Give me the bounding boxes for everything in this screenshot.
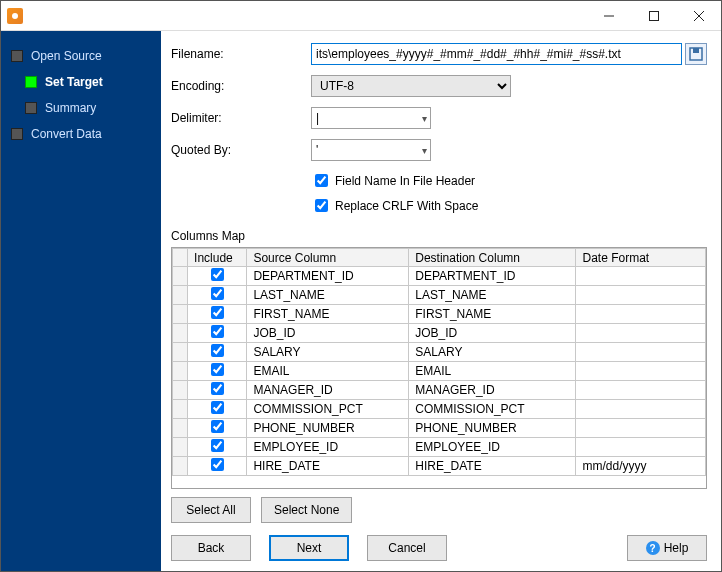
svg-rect-5 bbox=[693, 48, 699, 53]
date-format-cell[interactable] bbox=[576, 400, 706, 419]
source-column-cell[interactable]: COMMISSION_PCT bbox=[247, 400, 409, 419]
include-checkbox[interactable] bbox=[211, 363, 224, 376]
include-checkbox[interactable] bbox=[211, 439, 224, 452]
destination-column-cell[interactable]: MANAGER_ID bbox=[409, 381, 576, 400]
encoding-label: Encoding: bbox=[171, 79, 311, 93]
step-summary[interactable]: Summary bbox=[15, 95, 161, 121]
destination-column-cell[interactable]: LAST_NAME bbox=[409, 286, 576, 305]
col-header-include[interactable]: Include bbox=[188, 249, 247, 267]
source-column-cell[interactable]: LAST_NAME bbox=[247, 286, 409, 305]
replace-crlf-checkbox[interactable] bbox=[315, 199, 328, 212]
destination-column-cell[interactable]: SALARY bbox=[409, 343, 576, 362]
col-header-dateformat[interactable]: Date Format bbox=[576, 249, 706, 267]
source-column-cell[interactable]: MANAGER_ID bbox=[247, 381, 409, 400]
include-checkbox[interactable] bbox=[211, 306, 224, 319]
row-handle[interactable] bbox=[173, 305, 188, 324]
date-format-cell[interactable] bbox=[576, 362, 706, 381]
table-row[interactable]: JOB_IDJOB_ID bbox=[173, 324, 706, 343]
filename-input[interactable] bbox=[311, 43, 682, 65]
source-column-cell[interactable]: EMAIL bbox=[247, 362, 409, 381]
source-column-cell[interactable]: HIRE_DATE bbox=[247, 457, 409, 476]
select-all-button[interactable]: Select All bbox=[171, 497, 251, 523]
row-handle[interactable] bbox=[173, 457, 188, 476]
date-format-cell[interactable] bbox=[576, 286, 706, 305]
row-handle[interactable] bbox=[173, 362, 188, 381]
delimiter-input[interactable] bbox=[311, 107, 431, 129]
col-header-destination[interactable]: Destination Column bbox=[409, 249, 576, 267]
row-handle[interactable] bbox=[173, 286, 188, 305]
table-row[interactable]: DEPARTMENT_IDDEPARTMENT_ID bbox=[173, 267, 706, 286]
help-button[interactable]: ? Help bbox=[627, 535, 707, 561]
table-row[interactable]: LAST_NAMELAST_NAME bbox=[173, 286, 706, 305]
table-row[interactable]: COMMISSION_PCTCOMMISSION_PCT bbox=[173, 400, 706, 419]
app-icon bbox=[7, 8, 23, 24]
step-open-source[interactable]: Open Source bbox=[1, 43, 161, 69]
field-name-header-checkbox[interactable] bbox=[315, 174, 328, 187]
minimize-button[interactable] bbox=[586, 1, 631, 30]
include-checkbox[interactable] bbox=[211, 420, 224, 433]
include-checkbox[interactable] bbox=[211, 287, 224, 300]
back-button[interactable]: Back bbox=[171, 535, 251, 561]
table-row[interactable]: SALARYSALARY bbox=[173, 343, 706, 362]
row-handle[interactable] bbox=[173, 267, 188, 286]
date-format-cell[interactable] bbox=[576, 438, 706, 457]
row-handle[interactable] bbox=[173, 343, 188, 362]
replace-crlf-label: Replace CRLF With Space bbox=[335, 199, 478, 213]
step-set-target[interactable]: Set Target bbox=[15, 69, 161, 95]
select-none-button[interactable]: Select None bbox=[261, 497, 352, 523]
destination-column-cell[interactable]: JOB_ID bbox=[409, 324, 576, 343]
source-column-cell[interactable]: JOB_ID bbox=[247, 324, 409, 343]
source-column-cell[interactable]: FIRST_NAME bbox=[247, 305, 409, 324]
step-box-icon bbox=[25, 102, 37, 114]
encoding-select[interactable]: UTF-8 bbox=[311, 75, 511, 97]
source-column-cell[interactable]: SALARY bbox=[247, 343, 409, 362]
date-format-cell[interactable] bbox=[576, 381, 706, 400]
include-checkbox[interactable] bbox=[211, 344, 224, 357]
date-format-cell[interactable] bbox=[576, 419, 706, 438]
maximize-button[interactable] bbox=[631, 1, 676, 30]
step-label: Open Source bbox=[31, 49, 102, 63]
step-convert-data[interactable]: Convert Data bbox=[1, 121, 161, 147]
table-row[interactable]: FIRST_NAMEFIRST_NAME bbox=[173, 305, 706, 324]
row-handle[interactable] bbox=[173, 381, 188, 400]
table-row[interactable]: HIRE_DATEHIRE_DATEmm/dd/yyyy bbox=[173, 457, 706, 476]
date-format-cell[interactable] bbox=[576, 343, 706, 362]
quotedby-input[interactable] bbox=[311, 139, 431, 161]
row-handle[interactable] bbox=[173, 324, 188, 343]
source-column-cell[interactable]: PHONE_NUMBER bbox=[247, 419, 409, 438]
table-row[interactable]: EMAILEMAIL bbox=[173, 362, 706, 381]
destination-column-cell[interactable]: FIRST_NAME bbox=[409, 305, 576, 324]
table-row[interactable]: EMPLOYEE_IDEMPLOYEE_ID bbox=[173, 438, 706, 457]
include-checkbox[interactable] bbox=[211, 325, 224, 338]
col-header-source[interactable]: Source Column bbox=[247, 249, 409, 267]
minimize-icon bbox=[604, 11, 614, 21]
next-button[interactable]: Next bbox=[269, 535, 349, 561]
destination-column-cell[interactable]: COMMISSION_PCT bbox=[409, 400, 576, 419]
destination-column-cell[interactable]: EMAIL bbox=[409, 362, 576, 381]
destination-column-cell[interactable]: HIRE_DATE bbox=[409, 457, 576, 476]
include-checkbox[interactable] bbox=[211, 458, 224, 471]
include-checkbox[interactable] bbox=[211, 382, 224, 395]
step-label: Set Target bbox=[45, 75, 103, 89]
date-format-cell[interactable] bbox=[576, 305, 706, 324]
table-row[interactable]: MANAGER_IDMANAGER_ID bbox=[173, 381, 706, 400]
include-checkbox[interactable] bbox=[211, 268, 224, 281]
date-format-cell[interactable] bbox=[576, 324, 706, 343]
destination-column-cell[interactable]: DEPARTMENT_ID bbox=[409, 267, 576, 286]
browse-file-button[interactable] bbox=[685, 43, 707, 65]
cancel-button[interactable]: Cancel bbox=[367, 535, 447, 561]
destination-column-cell[interactable]: PHONE_NUMBER bbox=[409, 419, 576, 438]
table-row[interactable]: PHONE_NUMBERPHONE_NUMBER bbox=[173, 419, 706, 438]
include-checkbox[interactable] bbox=[211, 401, 224, 414]
source-column-cell[interactable]: EMPLOYEE_ID bbox=[247, 438, 409, 457]
source-column-cell[interactable]: DEPARTMENT_ID bbox=[247, 267, 409, 286]
row-handle[interactable] bbox=[173, 438, 188, 457]
date-format-cell[interactable]: mm/dd/yyyy bbox=[576, 457, 706, 476]
help-icon: ? bbox=[646, 541, 660, 555]
row-handle[interactable] bbox=[173, 419, 188, 438]
date-format-cell[interactable] bbox=[576, 267, 706, 286]
columns-map-grid[interactable]: Include Source Column Destination Column… bbox=[171, 247, 707, 489]
destination-column-cell[interactable]: EMPLOYEE_ID bbox=[409, 438, 576, 457]
row-handle[interactable] bbox=[173, 400, 188, 419]
close-button[interactable] bbox=[676, 1, 721, 30]
